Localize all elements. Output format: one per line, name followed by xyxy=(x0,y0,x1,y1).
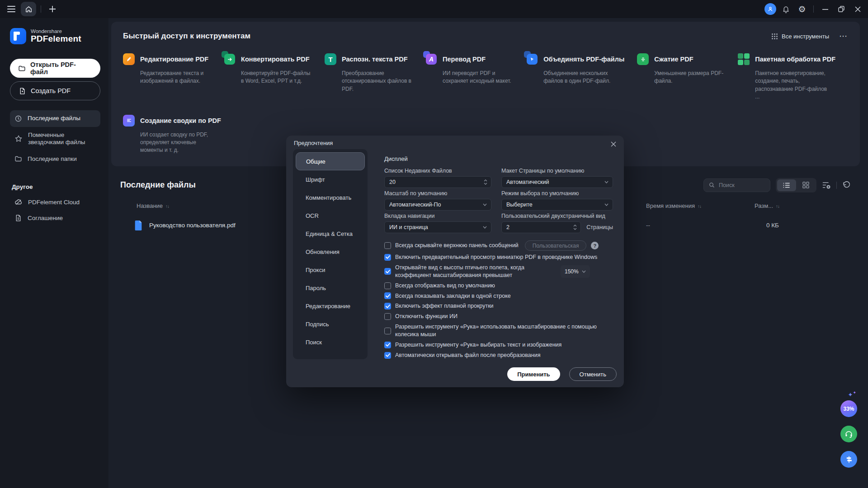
sidebar-item-1[interactable]: Помеченные звездочками файлы xyxy=(10,127,100,150)
tool-translate-pdf[interactable]: AПеревод PDFИИ переводит PDF и сохраняет… xyxy=(425,53,526,101)
sidebar-other: PDFelement CloudСоглашение xyxy=(10,194,100,226)
checkbox-label: Всегда скрывайте верхнюю панель сообщени… xyxy=(395,242,519,249)
create-pdf-button[interactable]: Создать PDF xyxy=(10,81,100,100)
search-input[interactable] xyxy=(719,182,764,188)
home-tab[interactable] xyxy=(21,2,36,16)
support-button[interactable] xyxy=(840,426,857,442)
preferences-tab-7[interactable]: Пароль xyxy=(293,279,368,297)
checkbox[interactable] xyxy=(384,328,391,334)
minimize-button[interactable] xyxy=(818,2,832,16)
recent-list-spinner[interactable] xyxy=(384,176,491,188)
guide-button[interactable] xyxy=(840,451,857,468)
tools-row-1: Редактирование PDFРедактирование текста … xyxy=(123,53,848,101)
spinner-icons[interactable] xyxy=(484,179,487,185)
checkbox-row-0: Всегда скрывайте верхнюю панель сообщени… xyxy=(384,240,617,251)
tool-combine-pdf[interactable]: Объединять PDF-файлыОбъединение нескольк… xyxy=(526,53,637,101)
tool-ocr-pdf[interactable]: TРаспозн. текста PDFПреобразование отска… xyxy=(325,53,425,101)
preferences-tab-5[interactable]: Обновления xyxy=(293,243,368,261)
spinner-icons[interactable] xyxy=(573,225,577,230)
summary-pdf-icon xyxy=(123,115,135,127)
close-button[interactable] xyxy=(851,2,864,16)
recent-list-input[interactable] xyxy=(389,179,486,185)
checkbox[interactable] xyxy=(384,242,391,249)
cancel-button[interactable]: Отменить xyxy=(569,367,617,381)
checkbox[interactable] xyxy=(384,313,391,320)
sidebar-item-0[interactable]: Последние файлы xyxy=(10,110,100,127)
checkbox[interactable] xyxy=(384,342,391,348)
open-pdf-button[interactable]: Открыть PDF-файл xyxy=(10,59,100,78)
column-size[interactable]: Разм...↑↓ xyxy=(755,202,851,209)
checkbox[interactable] xyxy=(384,268,391,275)
pdf-file-icon xyxy=(134,221,143,230)
list-view-button[interactable] xyxy=(777,179,796,191)
two-page-spinner[interactable] xyxy=(501,221,581,233)
sidebar-item-2[interactable]: Последние папки xyxy=(10,150,100,167)
tool-title: Сжатие PDF xyxy=(654,56,693,63)
folder-icon xyxy=(14,155,22,163)
preferences-tab-1[interactable]: Шрифт xyxy=(293,170,368,188)
dialog-title: Предпочтения xyxy=(294,140,333,146)
preferences-tab-9[interactable]: Подпись xyxy=(293,315,368,333)
sidebar-other-item-0[interactable]: PDFelement Cloud xyxy=(10,194,100,210)
sidebar-other-item-1[interactable]: Соглашение xyxy=(10,210,100,226)
signpost-icon xyxy=(845,455,853,464)
all-tools-button[interactable]: Все инструменты xyxy=(772,33,829,40)
select-value: Автоматический-По xyxy=(389,202,441,208)
checkbox-list: Всегда скрывайте верхнюю панель сообщени… xyxy=(384,240,617,359)
refresh-button[interactable] xyxy=(842,181,851,189)
sort-icon: ↑↓ xyxy=(776,204,779,209)
tool-title: Пакетная обработка PDF xyxy=(755,56,835,63)
notifications-button[interactable] xyxy=(779,2,793,16)
checkbox[interactable] xyxy=(384,282,391,289)
tool-batch-pdf[interactable]: Пакетная обработка PDFПакетное конвертир… xyxy=(738,53,848,101)
select-value: 150% xyxy=(565,268,579,275)
preferences-tab-4[interactable]: Единица & Сетка xyxy=(293,225,368,243)
preferences-tab-0[interactable]: Общие xyxy=(296,152,365,170)
grid-view-icon xyxy=(802,182,809,188)
grid-view-button[interactable] xyxy=(796,179,815,191)
new-tab-button[interactable] xyxy=(46,2,59,16)
ai-tokens-progress-button[interactable]: 33% xyxy=(840,400,857,417)
restore-button[interactable] xyxy=(835,2,848,16)
checkbox[interactable] xyxy=(384,254,391,261)
tool-convert-pdf[interactable]: Конвертировать PDFКонвертируйте PDF-файл… xyxy=(224,53,325,101)
settings-button[interactable]: ⚙ xyxy=(795,2,809,16)
checkbox[interactable] xyxy=(384,303,391,310)
zoom-threshold-select[interactable]: 150% xyxy=(561,265,590,278)
tool-desc: Редактирование текста и изображений в фа… xyxy=(140,70,211,85)
preferences-tab-2[interactable]: Комментировать xyxy=(293,188,368,206)
apply-button[interactable]: Применить xyxy=(507,367,560,381)
column-modified[interactable]: Время изменения↑↓ xyxy=(646,202,755,209)
two-page-input[interactable] xyxy=(506,224,576,230)
recent-files-title: Последние файлы xyxy=(120,180,196,190)
nav-tab-select[interactable]: ИИ и страница xyxy=(384,221,491,233)
select-mode-select[interactable]: Выберите xyxy=(501,199,613,211)
dialog-close-icon[interactable] xyxy=(608,138,619,150)
page-layout-select[interactable]: Автоматический xyxy=(501,176,613,188)
checkbox[interactable] xyxy=(384,292,391,299)
checkbox[interactable] xyxy=(384,352,391,359)
tool-summary-pdf[interactable]: Создание сводки по PDFИИ создает сводку … xyxy=(123,115,234,155)
file-modified: -- xyxy=(646,222,755,229)
field-label: Вкладка навигации xyxy=(384,213,491,219)
preferences-tab-8[interactable]: Редактирование xyxy=(293,297,368,315)
more-icon[interactable]: ⋯ xyxy=(839,34,848,38)
tool-desc: Объединение нескольких файлов в один PDF… xyxy=(543,70,616,85)
custom-button[interactable]: Пользовательская xyxy=(525,240,587,251)
preferences-tab-3[interactable]: OCR xyxy=(293,206,368,225)
account-avatar[interactable] xyxy=(764,3,776,15)
clear-list-button[interactable] xyxy=(822,181,831,189)
checkbox-row-5: Включить эффект плавной прокрутки xyxy=(384,302,617,310)
checkbox-row-6: Отключить функции ИИ xyxy=(384,313,617,320)
tool-edit-pdf[interactable]: Редактирование PDFРедактирование текста … xyxy=(123,53,224,101)
sparkles-icon: ✦✦ xyxy=(848,391,856,398)
zoom-default-select[interactable]: Автоматический-По xyxy=(384,199,491,211)
preferences-tab-6[interactable]: Прокси xyxy=(293,261,368,279)
field-label: Пользовательский двухстраничный вид xyxy=(501,213,613,219)
tool-compress-pdf[interactable]: Сжатие PDFУменьшение размера PDF-файла. xyxy=(637,53,738,101)
help-icon[interactable]: ? xyxy=(591,242,599,249)
preferences-tab-10[interactable]: Поиск xyxy=(293,333,368,351)
hamburger-menu-icon[interactable] xyxy=(5,2,18,16)
quick-access-title: Быстрый доступ к инструментам xyxy=(123,32,250,41)
cloud-icon xyxy=(14,198,23,206)
